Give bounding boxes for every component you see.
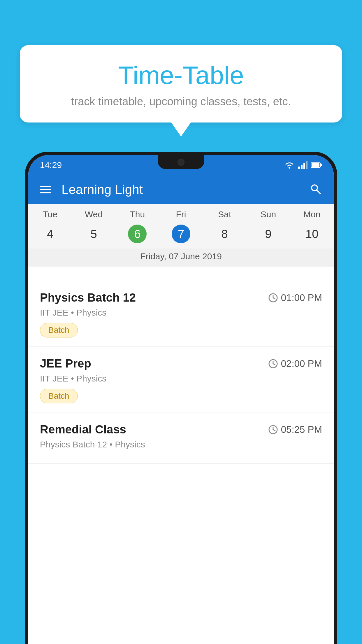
day-header-mon: Mon <box>290 209 334 219</box>
svg-rect-4 <box>306 161 307 169</box>
bubble-title: Time-Table <box>37 61 325 90</box>
svg-rect-6 <box>321 164 322 166</box>
status-icons <box>284 161 322 169</box>
day-header-sun: Sun <box>247 209 290 219</box>
day-header-tue: Tue <box>28 209 72 219</box>
svg-rect-2 <box>301 165 303 169</box>
phone-screen: 14:29 <box>28 155 334 644</box>
search-button[interactable] <box>309 183 322 197</box>
schedule-list: Physics Batch 12 01:00 PM IIT JEE • Phys… <box>28 281 334 644</box>
batch-tag-1: Batch <box>40 323 78 337</box>
svg-line-12 <box>273 298 275 299</box>
time-text-1: 01:00 PM <box>281 292 322 303</box>
schedule-title-3: Remedial Class <box>40 423 126 436</box>
schedule-item-2[interactable]: JEE Prep 02:00 PM IIT JEE • Physics Batc… <box>28 346 334 412</box>
time-text-3: 05:25 PM <box>281 424 322 435</box>
hamburger-menu-button[interactable] <box>40 186 51 193</box>
day-8[interactable]: 8 <box>203 225 247 243</box>
selected-date-label: Friday, 07 June 2019 <box>28 249 334 267</box>
clock-icon-2 <box>268 359 278 369</box>
svg-line-15 <box>273 364 275 365</box>
wifi-icon <box>284 161 295 169</box>
day-4[interactable]: 4 <box>28 225 72 243</box>
clock-icon-3 <box>268 425 278 435</box>
day-10[interactable]: 10 <box>290 225 334 243</box>
schedule-item-1[interactable]: Physics Batch 12 01:00 PM IIT JEE • Phys… <box>28 281 334 346</box>
day-header-sat: Sat <box>203 209 247 219</box>
day-header-wed: Wed <box>72 209 116 219</box>
phone-frame: 14:29 <box>25 152 337 644</box>
schedule-time-2: 02:00 PM <box>268 358 322 369</box>
day-5[interactable]: 5 <box>72 225 116 243</box>
phone-camera <box>178 159 184 166</box>
svg-rect-7 <box>312 163 319 167</box>
calendar-section: Tue Wed Thu Fri Sat Sun Mon 4 5 6 <box>28 204 334 267</box>
hamburger-line-3 <box>40 192 51 193</box>
schedule-item-2-header: JEE Prep 02:00 PM <box>40 357 322 370</box>
svg-line-18 <box>273 430 275 431</box>
status-time: 14:29 <box>40 160 62 170</box>
hamburger-line-1 <box>40 186 51 187</box>
svg-line-9 <box>317 190 320 194</box>
schedule-meta-3: Physics Batch 12 • Physics <box>40 440 322 449</box>
schedule-time-3: 05:25 PM <box>268 424 322 435</box>
schedule-time-1: 01:00 PM <box>268 292 322 303</box>
day-header-fri: Fri <box>159 209 203 219</box>
day-headers: Tue Wed Thu Fri Sat Sun Mon <box>28 204 334 222</box>
day-7-selected[interactable]: 7 <box>172 225 190 243</box>
signal-icon <box>298 161 307 169</box>
app-bar: Learning Light <box>28 175 334 204</box>
time-text-2: 02:00 PM <box>281 358 322 369</box>
schedule-title-2: JEE Prep <box>40 357 91 370</box>
day-6-today[interactable]: 6 <box>128 225 147 243</box>
schedule-meta-2: IIT JEE • Physics <box>40 374 322 384</box>
batch-tag-2: Batch <box>40 389 78 403</box>
schedule-item-1-header: Physics Batch 12 01:00 PM <box>40 291 322 304</box>
app-title: Learning Light <box>61 182 143 197</box>
svg-rect-3 <box>303 163 305 169</box>
day-9[interactable]: 9 <box>247 225 290 243</box>
clock-icon-1 <box>268 293 278 303</box>
svg-rect-1 <box>298 167 300 169</box>
day-header-thu: Thu <box>115 209 159 219</box>
day-numbers: 4 5 6 7 8 9 10 <box>28 222 334 249</box>
schedule-item-3-header: Remedial Class 05:25 PM <box>40 423 322 436</box>
speech-bubble: Time-Table track timetable, upcoming cla… <box>20 45 342 123</box>
bubble-subtitle: track timetable, upcoming classes, tests… <box>37 95 325 108</box>
battery-icon <box>311 162 322 168</box>
hamburger-line-2 <box>40 189 51 190</box>
schedule-meta-1: IIT JEE • Physics <box>40 308 322 318</box>
svg-point-0 <box>289 167 290 169</box>
phone-notch <box>158 155 204 169</box>
schedule-item-3[interactable]: Remedial Class 05:25 PM Physics Batch 12… <box>28 412 334 464</box>
schedule-title-1: Physics Batch 12 <box>40 291 136 304</box>
